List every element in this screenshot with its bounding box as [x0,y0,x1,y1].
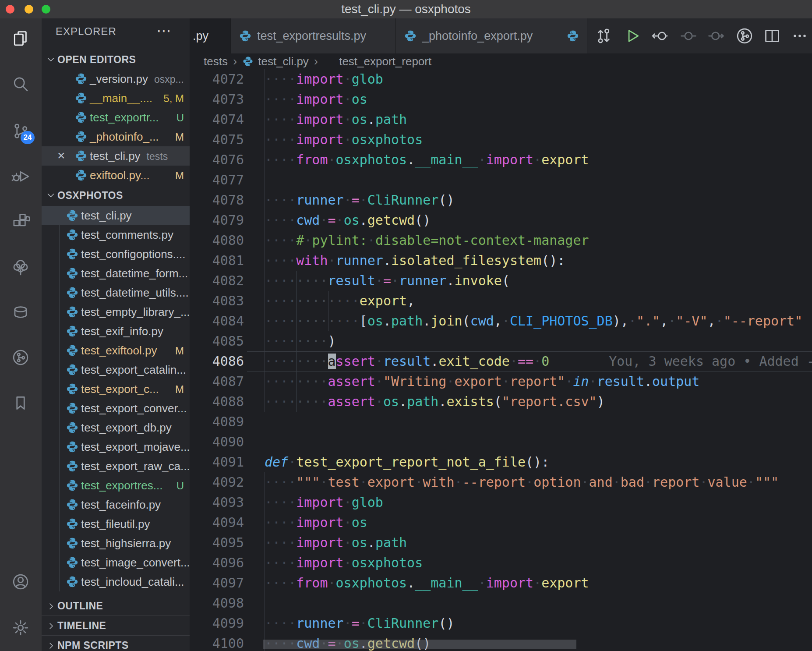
line-number[interactable]: 4085 [190,331,256,351]
activity-settings-icon[interactable] [11,618,30,637]
tree-item-test-datetime-utils-[interactable]: test_datetime_utils.... [42,283,190,302]
run-icon[interactable] [622,26,642,46]
activity-database-icon[interactable] [11,303,30,322]
line-number[interactable]: 4092 [190,472,256,492]
code-line-4086[interactable]: 4086········assert·result.exit_code·==·0… [190,351,812,371]
activity-run-debug-icon[interactable] [11,166,30,186]
code-line-4098[interactable]: 4098 [190,593,812,613]
line-number[interactable]: 4082 [190,271,256,291]
open-editor-item[interactable]: test_exportr...U [42,108,190,127]
tree-item-test-highsierra-py[interactable]: test_highsierra.py [42,534,190,553]
line-number[interactable]: 4086 [190,351,256,371]
code-line-4090[interactable]: 4090 [190,432,812,452]
tree-item-test-configoptions-[interactable]: test_configoptions.... [42,244,190,264]
line-number[interactable]: 4083 [190,291,256,311]
section-npm-scripts[interactable]: NPM SCRIPTS [42,635,190,651]
open-editor-item[interactable]: _photoinfo_...M [42,127,190,146]
line-number[interactable]: 4100 [190,633,256,651]
code-editor[interactable]: 4072····import·glob4073····import·os4074… [190,69,812,651]
activity-bookmarks-icon[interactable] [11,393,30,413]
tree-item-test-export-c-[interactable]: test_export_c...M [42,379,190,399]
tree-item-test-datetime-form-[interactable]: test_datetime_form... [42,264,190,283]
code-line-4077[interactable]: 4077 [190,170,812,190]
project-section-header[interactable]: OSXPHOTOS [42,186,190,205]
activity-extensions-icon[interactable] [11,212,30,231]
code-line-4080[interactable]: 4080····#·pylint:·disable=not-context-ma… [190,230,812,251]
activity-gitlens-icon[interactable] [11,348,30,367]
line-number[interactable]: 4094 [190,513,256,533]
code-line-4083[interactable]: 4083············export, [190,291,812,311]
line-number[interactable]: 4095 [190,533,256,553]
tree-item-test-exportres-[interactable]: test_exportres...U [42,476,190,495]
tab-partial[interactable] [560,18,587,53]
open-editors-section-header[interactable]: OPEN EDITORS [42,50,190,69]
line-number[interactable]: 4081 [190,251,256,271]
run-below-icon[interactable] [679,26,698,46]
activity-search-icon[interactable] [11,75,30,94]
line-number[interactable]: 4075 [190,130,256,150]
activity-source-control-icon[interactable]: 24 [11,121,30,141]
code-line-4073[interactable]: 4073····import·os [190,89,812,110]
code-line-4099[interactable]: 4099····runner·=·CliRunner() [190,613,812,633]
split-editor-icon[interactable] [763,26,782,46]
line-number[interactable]: 4099 [190,613,256,633]
code-line-4095[interactable]: 4095····import·os.path [190,533,812,553]
breadcrumb-item-file[interactable]: test_cli.py [258,55,309,68]
line-number[interactable]: 4079 [190,210,256,230]
code-line-4093[interactable]: 4093····import·glob [190,492,812,513]
line-number[interactable]: 4074 [190,110,256,130]
open-editor-item[interactable]: _version.pyosxp... [42,69,190,88]
line-number[interactable]: 4089 [190,412,256,432]
gitlens-graph-icon[interactable] [735,26,754,46]
tree-item-test-export-mojave-[interactable]: test_export_mojave... [42,437,190,456]
breadcrumb-item-symbol[interactable]: test_export_report [339,55,431,68]
line-number[interactable]: 4090 [190,432,256,452]
line-number[interactable]: 4087 [190,371,256,392]
tab-test-exportresults[interactable]: test_exportresults.py [231,18,396,53]
open-editor-item[interactable]: exiftool.py...M [42,166,190,185]
code-line-4074[interactable]: 4074····import·os.path [190,110,812,130]
step-back-icon[interactable] [650,26,669,46]
line-number[interactable]: 4084 [190,311,256,331]
code-line-4088[interactable]: 4088········assert·os.path.exists("repor… [190,392,812,412]
compare-changes-icon[interactable] [594,26,613,46]
activity-account-icon[interactable] [11,572,30,591]
tree-item-test-export-conver-[interactable]: test_export_conver... [42,399,190,418]
horizontal-scrollbar[interactable] [263,640,576,649]
activity-explorer-icon[interactable] [11,29,30,49]
tree-item-test-comments-py[interactable]: test_comments.py [42,225,190,244]
code-line-4084[interactable]: 4084············[os.path.join(cwd,·CLI_P… [190,311,812,331]
tree-item-test-exif-info-py[interactable]: test_exif_info.py [42,322,190,341]
code-line-4097[interactable]: 4097····from·osxphotos.__main__·import·e… [190,573,812,593]
tree-item-test-empty-library-[interactable]: test_empty_library_... [42,302,190,322]
line-number[interactable]: 4097 [190,573,256,593]
more-actions-icon[interactable] [790,26,809,46]
line-number[interactable]: 4076 [190,150,256,170]
code-line-4079[interactable]: 4079····cwd·=·os.getcwd() [190,210,812,230]
code-line-4096[interactable]: 4096····import·osxphotos [190,553,812,573]
code-line-4076[interactable]: 4076····from·osxphotos.__main__·import·e… [190,150,812,170]
tree-item-test-fileutil-py[interactable]: test_fileutil.py [42,514,190,534]
line-number[interactable]: 4072 [190,69,256,89]
code-line-4085[interactable]: 4085········) [190,331,812,351]
tab-test-cli[interactable]: .py [190,18,231,53]
tree-item-test-faceinfo-py[interactable]: test_faceinfo.py [42,495,190,514]
tree-item-test-image-convert-[interactable]: test_image_convert... [42,553,190,572]
line-number[interactable]: 4096 [190,553,256,573]
open-editor-item[interactable]: ×test_cli.pytests [42,146,190,166]
code-line-4081[interactable]: 4081····with·runner.isolated_filesystem(… [190,251,812,271]
section-timeline[interactable]: TIMELINE [42,616,190,636]
tree-item-test-incloud-catali-[interactable]: test_incloud_catali... [42,572,190,591]
run-above-icon[interactable] [706,26,726,46]
tree-item-test-export-catalin-[interactable]: test_export_catalin... [42,360,190,379]
line-number[interactable]: 4078 [190,190,256,210]
code-line-4092[interactable]: 4092····"""·test·export·with·--report·op… [190,472,812,492]
code-line-4082[interactable]: 4082········result·=·runner.invoke( [190,271,812,291]
tree-item-test-exiftool-py[interactable]: test_exiftool.pyM [42,341,190,360]
tree-item-test-cli-py[interactable]: test_cli.py [42,206,190,225]
more-actions-icon[interactable]: ⋯ [156,22,171,39]
section-outline[interactable]: OUTLINE [42,596,190,616]
code-line-4072[interactable]: 4072····import·glob [190,69,812,89]
line-number[interactable]: 4093 [190,492,256,513]
code-line-4078[interactable]: 4078····runner·=·CliRunner() [190,190,812,210]
